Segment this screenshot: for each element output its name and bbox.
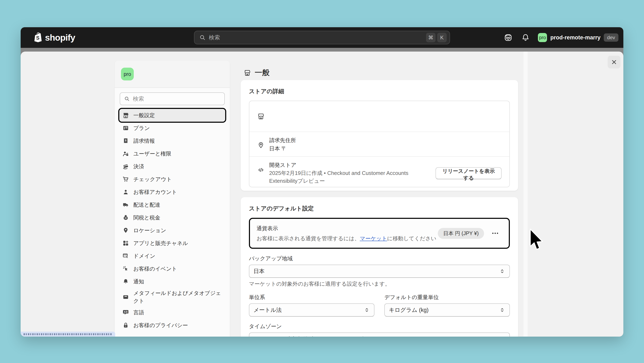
sidebar-item-languages[interactable]: A文言語 (119, 306, 225, 319)
store-name-row (249, 101, 510, 132)
timezone-select[interactable]: (GMT-05:00) 東部標準時 (アメリカとカナダ) (249, 333, 510, 337)
page-header: 一般 (241, 51, 519, 78)
sidebar-item-label: 配送と配達 (133, 201, 160, 209)
sidebar-item-label: ロケーション (133, 226, 166, 234)
storefront-icon (244, 69, 251, 76)
sidebar-item-label: チェックアウト (133, 175, 172, 183)
sidebar-item-events[interactable]: お客様のイベント (119, 262, 225, 275)
settings-main: 一般 ストアの詳細 請求先住所 日本 〒 (241, 51, 519, 337)
chevron-up-down-icon (499, 268, 505, 274)
chevron-up-down-icon (499, 336, 505, 337)
sidebar-item-plan[interactable]: プラン (119, 122, 225, 134)
backup-region-select[interactable]: 日本 (249, 265, 510, 278)
timezone-label: タイムゾーン (249, 323, 510, 330)
store-details-heading: ストアの詳細 (249, 87, 510, 95)
sidebar-item-checkout[interactable]: チェックアウト (119, 173, 225, 186)
currency-actions-button[interactable] (491, 229, 502, 238)
unit-system-select[interactable]: メートル法 (249, 303, 374, 317)
weight-unit-label: デフォルトの重量単位 (384, 294, 510, 301)
svg-text:文: 文 (126, 311, 128, 313)
close-icon (610, 58, 618, 66)
sidekick-assistant-button[interactable] (503, 32, 513, 42)
k-keycap: K (437, 33, 447, 42)
store-menu[interactable]: pro prod-remote-marry dev (538, 33, 618, 42)
notifications-button[interactable] (520, 32, 530, 42)
dev-store-label: 開発ストア (269, 161, 436, 169)
settings-nav: 一般設定プラン$請求情報ユーザーと権限決済チェックアウトお客様アカウント配送と配… (115, 109, 230, 332)
billing-icon: $ (122, 137, 129, 144)
billing-address-row: 請求先住所 日本 〒 (249, 132, 510, 156)
sidebar-item-location[interactable]: ロケーション (119, 224, 225, 237)
shopify-logo: S shopify (34, 32, 75, 43)
sidebar-item-taxes[interactable]: 関税と税金 (119, 211, 225, 224)
sidebar-item-label: 関税と税金 (133, 214, 160, 222)
backup-region-label: バックアップ地域 (249, 255, 510, 262)
sidebar-item-store[interactable]: 一般設定 (119, 109, 225, 122)
sidebar-item-account[interactable]: お客様アカウント (119, 186, 225, 198)
sidebar-item-label: 決済 (133, 163, 144, 170)
currency-description: お客様に表示される通貨を管理するには、マーケットに移動してください (256, 235, 436, 242)
search-icon (199, 34, 206, 41)
close-settings-button[interactable] (608, 56, 620, 68)
browser-window: S shopify ⌘ K pro prod-remote-marry dev (21, 27, 623, 337)
payments-icon (122, 163, 129, 170)
admin-topbar: S shopify ⌘ K pro prod-remote-marry dev (21, 27, 623, 48)
account-icon (122, 189, 129, 196)
chevron-up-down-icon (499, 307, 505, 313)
events-icon (122, 265, 129, 272)
settings-sidebar: pro 一般設定プラン$請求情報ユーザーと権限決済チェックアウトお客様アカウント… (115, 61, 230, 337)
search-shortcut: ⌘ K (426, 33, 447, 42)
store-name: prod-remote-marry (550, 34, 600, 41)
billing-address-label: 請求先住所 (269, 136, 296, 144)
svg-text:$: $ (125, 139, 126, 142)
sidebar-item-label: 一般設定 (133, 111, 155, 119)
assistant-face-icon (504, 33, 513, 42)
sidebar-item-label: ユーザーと権限 (133, 150, 171, 158)
dev-store-row: 開発ストア 2025年2月19日に作成 • Checkout and Custo… (249, 156, 510, 187)
sidebar-item-domains[interactable]: ドメイン (119, 250, 225, 262)
settings-search-input[interactable] (133, 96, 221, 102)
weight-unit-select[interactable]: キログラム (kg) (384, 303, 510, 317)
currency-display-row[interactable]: 通貨表示 お客様に表示される通貨を管理するには、マーケットに移動してください 日… (249, 218, 510, 249)
search-icon (124, 96, 130, 102)
sidebar-item-billing[interactable]: $請求情報 (119, 134, 225, 147)
shipping-icon (122, 201, 129, 208)
shopify-wordmark: shopify (45, 32, 75, 43)
apps-icon (122, 240, 129, 247)
settings-search[interactable] (120, 92, 225, 105)
env-badge: dev (604, 33, 618, 42)
global-search[interactable]: ⌘ K (194, 31, 450, 44)
scrollbar-track[interactable] (524, 51, 528, 337)
dimmed-page-underlay: pro 一般設定プラン$請求情報ユーザーと権限決済チェックアウトお客様アカウント… (21, 48, 623, 337)
checkout-icon (122, 176, 129, 183)
location-pin-icon (257, 141, 264, 149)
sidebar-item-notifications[interactable]: 通知 (119, 275, 225, 288)
store-details-card: ストアの詳細 請求先住所 日本 〒 (241, 80, 518, 191)
sidebar-header: pro (115, 61, 230, 88)
languages-icon: A文 (122, 309, 129, 316)
sidebar-item-shipping[interactable]: 配送と配達 (119, 198, 225, 211)
sidebar-item-metafields[interactable]: メタフィールドおよびメタオブジェクト (119, 288, 225, 306)
settings-modal: pro 一般設定プラン$請求情報ユーザーと権限決済チェックアウトお客様アカウント… (21, 51, 623, 337)
sidebar-item-label: お客様アカウント (133, 188, 177, 196)
backup-region-helper: マーケットの対象外のお客様に適用する設定を行います。 (249, 280, 510, 288)
sidebar-item-label: アプリと販売チャネル (133, 239, 188, 247)
users-icon (122, 150, 129, 157)
sidebar-item-privacy[interactable]: お客様のプライバシー (119, 319, 225, 332)
sidebar-item-apps[interactable]: アプリと販売チャネル (119, 237, 225, 250)
privacy-icon (122, 322, 129, 329)
global-search-input[interactable] (209, 34, 426, 41)
store-avatar: pro (538, 33, 547, 42)
sidebar-item-users[interactable]: ユーザーと権限 (119, 147, 225, 160)
markets-link[interactable]: マーケット (360, 235, 387, 242)
store-defaults-card: ストアのデフォルト設定 通貨表示 お客様に表示される通貨を管理するには、マーケッ… (241, 197, 518, 337)
svg-text:S: S (36, 35, 40, 41)
dev-store-description: 2025年2月19日に作成 • Checkout and Customer Ac… (269, 169, 436, 185)
chevron-up-down-icon (364, 307, 370, 313)
code-icon (257, 166, 264, 174)
sidebar-item-label: 言語 (133, 309, 144, 316)
ellipsis-icon (491, 229, 499, 237)
sidebar-item-payments[interactable]: 決済 (119, 160, 225, 173)
release-notes-button[interactable]: リリースノートを表示する (436, 167, 502, 179)
sidebar-item-label: 請求情報 (133, 137, 155, 145)
